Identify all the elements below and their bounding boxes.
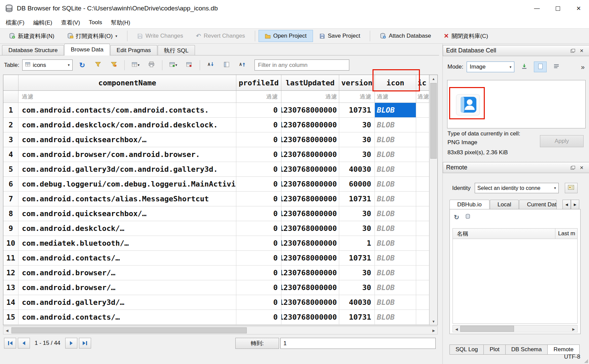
tab-remote[interactable]: Remote	[547, 345, 580, 355]
clipped-cell[interactable]	[416, 310, 429, 325]
version-cell[interactable]: 1	[339, 236, 375, 251]
icon-blob-cell[interactable]: BLOB	[375, 103, 416, 118]
save-results-button[interactable]: ▾	[129, 59, 142, 71]
icon-blob-cell[interactable]: BLOB	[375, 310, 416, 325]
row-number-cell[interactable]: 9	[3, 221, 18, 236]
profileId-cell[interactable]: 0	[236, 177, 281, 192]
tab-dbhub[interactable]: DBHub.io	[449, 200, 489, 209]
lastUpdated-cell[interactable]: 1230768000000	[281, 251, 339, 266]
row-number-cell[interactable]: 5	[3, 162, 18, 177]
version-cell[interactable]: 10731	[339, 103, 375, 118]
scroll-down-button[interactable]: ▼	[430, 318, 437, 325]
clone-database-button[interactable]	[465, 213, 471, 221]
filter-any-column-input[interactable]	[254, 59, 349, 71]
row-number-cell[interactable]: 13	[3, 280, 18, 295]
clipped-cell[interactable]	[416, 251, 429, 266]
version-cell[interactable]: 10731	[339, 192, 375, 206]
icon-blob-cell[interactable]: BLOB	[375, 147, 416, 162]
next-record-button[interactable]	[65, 338, 77, 349]
image-view-toggle[interactable]	[534, 62, 547, 72]
clipped-cell[interactable]	[416, 177, 429, 192]
profileId-cell[interactable]: 0	[236, 162, 281, 177]
clipped-cell[interactable]	[416, 147, 429, 162]
menu-help[interactable]: 幫助(H)	[107, 17, 135, 28]
tab-scroll-left-button[interactable]: ◀	[562, 200, 571, 209]
toolbar-overflow-button[interactable]: »	[581, 63, 585, 71]
componentName-cell[interactable]: com.android.gallery3d/…	[18, 295, 236, 310]
row-number-cell[interactable]: 7	[3, 192, 18, 206]
clipped-cell[interactable]	[416, 192, 429, 206]
clipped-cell[interactable]	[416, 206, 429, 221]
clipped-cell[interactable]	[416, 132, 429, 147]
lastUpdated-cell[interactable]: 1230768000000	[281, 192, 339, 206]
tab-edit-pragmas[interactable]: Edit Pragmas	[110, 45, 157, 55]
icon-blob-cell[interactable]: BLOB	[375, 192, 416, 206]
column-header-lastUpdated[interactable]: lastUpdated	[281, 75, 339, 91]
import-data-button[interactable]	[518, 62, 531, 72]
tab-scroll-right-button[interactable]: ▶	[571, 200, 579, 209]
componentName-cell[interactable]: com.android.contacts/com.android.contact…	[18, 103, 236, 118]
lastUpdated-cell[interactable]: 1230768000000	[281, 206, 339, 221]
clear-filter-button[interactable]	[107, 59, 120, 71]
componentName-cell[interactable]: com.android.gallery3d/com.android.galler…	[18, 162, 236, 177]
lastUpdated-cell[interactable]: 1230768000000	[281, 310, 339, 325]
remote-horizontal-scrollbar[interactable]: ◀ ▶	[453, 325, 578, 332]
column-header-icon[interactable]: icon	[375, 75, 416, 91]
remote-scrollbar-thumb[interactable]	[460, 326, 514, 332]
profileId-cell[interactable]: 0	[236, 221, 281, 236]
open-database-button[interactable]: 打開資料庫(O) ▾	[61, 30, 124, 43]
icon-blob-cell[interactable]: BLOB	[375, 162, 416, 177]
menu-file[interactable]: 檔案(F)	[1, 17, 29, 28]
last-record-button[interactable]	[79, 338, 91, 349]
lastUpdated-cell[interactable]: 1230768000000	[281, 132, 339, 147]
icon-blob-cell[interactable]: BLOB	[375, 118, 416, 132]
componentName-cell[interactable]: com.android.contacts/…	[18, 310, 236, 325]
revert-changes-button[interactable]: ↶ Revert Changes	[190, 30, 251, 42]
mode-select[interactable]: Image ▾	[467, 62, 514, 72]
close-panel-icon[interactable]: ✕	[577, 165, 586, 170]
row-number-cell[interactable]: 4	[3, 147, 18, 162]
version-cell[interactable]: 30	[339, 132, 375, 147]
filter-button[interactable]	[91, 59, 104, 71]
new-database-button[interactable]: 新建資料庫(N)	[3, 30, 61, 43]
tab-sql-log[interactable]: SQL Log	[449, 345, 484, 355]
encoding-status[interactable]: UTF-8	[564, 354, 580, 360]
lastUpdated-cell[interactable]: 1230768000000	[281, 236, 339, 251]
componentName-cell[interactable]: com.debug.loggerui/com.debug.loggerui.Ma…	[18, 177, 236, 192]
icon-blob-cell[interactable]: BLOB	[375, 132, 416, 147]
version-cell[interactable]: 30	[339, 147, 375, 162]
sort-descending-button[interactable]: A	[236, 59, 249, 71]
clipped-cell[interactable]	[416, 295, 429, 310]
first-record-button[interactable]	[4, 338, 16, 349]
lastUpdated-cell[interactable]: 1230768000000	[281, 221, 339, 236]
lastUpdated-cell[interactable]: 1230768000000	[281, 147, 339, 162]
icon-blob-cell[interactable]: BLOB	[375, 280, 416, 295]
profileId-cell[interactable]: 0	[236, 118, 281, 132]
clipped-cell[interactable]	[416, 103, 429, 118]
version-cell[interactable]: 30	[339, 221, 375, 236]
scroll-left-button[interactable]: ◀	[3, 327, 11, 334]
column-header-clipped[interactable]: ic	[416, 75, 429, 91]
column-header-profileId[interactable]: profileId	[236, 75, 281, 91]
filter-version[interactable]: 過濾	[339, 91, 375, 103]
import-certificate-button[interactable]	[565, 183, 578, 193]
sort-ascending-button[interactable]: A	[204, 59, 217, 71]
insert-record-button[interactable]: ▾	[167, 59, 180, 71]
componentName-cell[interactable]: com.android.deskclock/com.android.deskcl…	[18, 118, 236, 132]
horizontal-scrollbar[interactable]: ◀ ▶	[3, 326, 438, 334]
save-project-button[interactable]: Save Project	[313, 30, 366, 42]
profileId-cell[interactable]: 0	[236, 280, 281, 295]
version-cell[interactable]: 40030	[339, 162, 375, 177]
tab-db-schema[interactable]: DB Schema	[505, 345, 548, 355]
row-number-cell[interactable]: 12	[3, 266, 18, 280]
print-button[interactable]	[145, 59, 158, 71]
vertical-scrollbar-thumb[interactable]	[430, 83, 437, 159]
row-number-cell[interactable]: 14	[3, 295, 18, 310]
profileId-cell[interactable]: 0	[236, 132, 281, 147]
profileId-cell[interactable]: 0	[236, 236, 281, 251]
tab-browse-data[interactable]: Browse Data	[64, 44, 110, 55]
scroll-up-button[interactable]: ▲	[430, 75, 437, 82]
previous-record-button[interactable]	[18, 338, 30, 349]
refresh-button[interactable]: ↻	[76, 59, 88, 71]
version-cell[interactable]: 30	[339, 118, 375, 132]
